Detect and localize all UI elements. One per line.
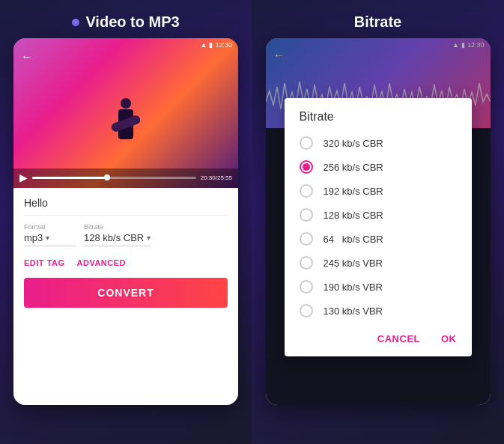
bitrate-group: Bitrate 128 kb/s CBR ▾ [84,223,151,246]
phone-screen-right: ▲ ▮ 12:30 ← Bitrate 320 kb/s CBR [266,38,491,405]
radio-inner-1 [303,163,310,171]
advanced-link[interactable]: ADVANCED [77,258,127,267]
right-title-text: Bitrate [354,13,401,31]
phone-mockup-left: ▲ ▮ 12:30 ← ▶ [13,38,238,405]
battery-icon-left: ▮ [209,41,213,49]
radio-label-7: 130 kb/s VBR [324,305,383,317]
dialog-actions: CANCEL OK [285,323,472,356]
progress-thumb [104,174,110,180]
format-value: mp3 [24,232,43,243]
left-title-text: Video to MP3 [85,13,179,31]
video-area: ▲ ▮ 12:30 ← ▶ [13,38,238,188]
radio-circle-3 [300,208,313,222]
radio-circle-7 [300,304,313,317]
left-panel: Video to MP3 ▲ ▮ 12:30 ← [0,0,252,444]
bitrate-arrow-icon: ▾ [147,234,151,242]
guitarist-graphic [103,98,148,158]
phone-screen-left: ▲ ▮ 12:30 ← ▶ [13,38,238,405]
radio-circle-6 [300,280,313,294]
bitrate-option-0[interactable]: 320 kb/s CBR [285,131,472,155]
dialog-title: Bitrate [285,98,472,131]
format-label: Format [24,223,76,231]
progress-bar[interactable] [32,177,196,179]
bitrate-dropdown[interactable]: 128 kb/s CBR ▾ [84,232,151,246]
edit-tag-link[interactable]: EDIT TAG [24,258,65,267]
radio-circle-0 [300,136,313,150]
time-left: 12:30 [215,41,232,49]
bitrate-option-1[interactable]: 256 kb/s CBR [285,155,472,179]
play-row: ▶ 20:30/25:55 [19,171,232,183]
play-button[interactable]: ▶ [19,171,28,183]
bottom-card: Hello Format mp3 ▾ Bitrate 128 kb/s CBR [13,188,238,405]
video-back-button[interactable]: ← [21,50,33,64]
format-bitrate-row: Format mp3 ▾ Bitrate 128 kb/s CBR ▾ [24,223,228,246]
bitrate-option-2[interactable]: 192 kb/s CBR [285,179,472,203]
phone-mockup-right: ▲ ▮ 12:30 ← Bitrate 320 kb/s CBR [266,38,491,405]
right-panel-title: Bitrate [354,13,401,31]
format-group: Format mp3 ▾ [24,223,76,246]
signal-icon-left: ▲ [201,41,207,49]
cancel-button[interactable]: CANCEL [374,330,423,347]
radio-circle-2 [300,184,313,198]
convert-button[interactable]: CONVERT [24,278,228,308]
radio-label-2: 192 kb/s CBR [324,186,383,197]
radio-label-4: 64 kb/s CBR [324,234,383,245]
bitrate-option-5[interactable]: 245 kb/s VBR [285,251,472,275]
action-links: EDIT TAG ADVANCED [24,258,228,267]
title-dot-icon [72,19,79,26]
radio-circle-5 [300,256,313,270]
radio-label-0: 320 kb/s CBR [324,138,383,149]
radio-circle-1 [300,160,313,174]
bitrate-option-6[interactable]: 190 kb/s VBR [285,275,472,299]
radio-label-1: 256 kb/s CBR [324,162,383,173]
bitrate-dialog: Bitrate 320 kb/s CBR 256 kb/s CBR 192 kb… [285,98,472,356]
left-panel-title: Video to MP3 [72,13,179,31]
radio-circle-4 [300,232,313,246]
ok-button[interactable]: OK [438,330,460,347]
status-bar-left: ▲ ▮ 12:30 [195,38,238,52]
bitrate-value: 128 kb/s CBR [84,232,144,243]
bitrate-option-3[interactable]: 128 kb/s CBR [285,203,472,227]
radio-label-3: 128 kb/s CBR [324,210,383,221]
format-dropdown[interactable]: mp3 ▾ [24,232,76,246]
format-arrow-icon: ▾ [46,234,49,242]
dialog-overlay: Bitrate 320 kb/s CBR 256 kb/s CBR 192 kb… [266,38,491,405]
file-name: Hello [24,197,228,216]
radio-label-5: 245 kb/s VBR [324,258,383,269]
bitrate-option-7[interactable]: 130 kb/s VBR [285,299,472,323]
progress-time: 20:30/25:55 [201,174,232,181]
video-controls: ▶ 20:30/25:55 [13,168,238,188]
bitrate-option-4[interactable]: 64 kb/s CBR [285,227,472,251]
right-panel: Bitrate ▲ ▮ 12:30 ← Bitrate [252,0,504,444]
progress-fill [32,177,106,179]
radio-label-6: 190 kb/s VBR [324,282,383,293]
guitarist-head [121,98,131,109]
bitrate-label: Bitrate [84,223,151,231]
